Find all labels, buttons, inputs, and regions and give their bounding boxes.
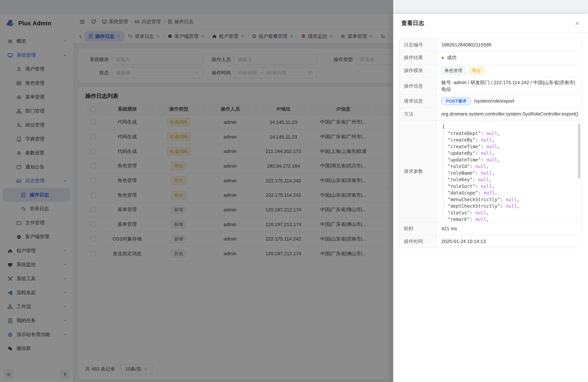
- module-tag: 角色管理: [441, 66, 466, 75]
- view-log-drawer: 查看日志 日志编号 1882612840802115585 操作结果 成功 操作…: [393, 14, 588, 382]
- request-url-value: /system/role/export: [474, 98, 514, 104]
- post-method-tag: POST请求: [441, 97, 471, 105]
- request-params-json-viewer[interactable]: { "createDept": null, "createBy": null, …: [437, 121, 582, 222]
- detail-row-info: 操作信息 账号: admin / 研发部门 / 222.175.114.242 …: [399, 77, 582, 94]
- detail-row-module: 操作模块 角色管理 导出: [399, 64, 582, 77]
- log-id-value: 1882612840802115585: [437, 39, 582, 51]
- detail-row-request: 请求信息 POST请求 /system/role/export: [399, 94, 582, 107]
- json-line: "updateBy": null,: [442, 150, 577, 157]
- method-value: org.dromara.system.controller.system.Sys…: [437, 108, 582, 120]
- json-line: "status": null,: [442, 210, 577, 216]
- json-indent-guide: [443, 130, 444, 219]
- duration-value: 421 ms: [437, 222, 582, 235]
- json-line: "createBy": null,: [442, 137, 577, 144]
- result-value: 成功: [447, 54, 457, 61]
- detail-row-method: 方法 org.dromara.system.controller.system.…: [399, 107, 582, 120]
- json-line: "roleSort": null,: [442, 183, 577, 190]
- json-line: "updateTime": null,: [442, 157, 577, 163]
- json-scrollbar-thumb[interactable]: [578, 124, 580, 179]
- drawer-body: 日志编号 1882612840802115585 操作结果 成功 操作模块 角色…: [393, 33, 588, 254]
- drawer-mask[interactable]: [0, 0, 393, 382]
- operation-type-tag: 导出: [469, 66, 484, 75]
- operation-time-value: 2025-01-24 10:14:13: [437, 235, 582, 248]
- json-line: "remark": null,: [442, 216, 577, 222]
- json-line: "createTime": null,: [442, 144, 577, 150]
- detail-row-result: 操作结果 成功: [399, 51, 582, 64]
- json-line: {: [442, 124, 577, 130]
- json-line: "roleKey": null,: [442, 176, 577, 183]
- operation-info-value: 账号: admin / 研发部门 / 222.175.114.242 / 中国|…: [437, 77, 582, 95]
- success-dot-icon: [441, 56, 444, 59]
- json-line: "createDept": null,: [442, 130, 577, 137]
- detail-row-params: 请求参数 { "createDept": null, "createBy": n…: [399, 120, 582, 222]
- json-line: "deptCheckStrictly": null,: [442, 203, 577, 210]
- json-line: "roleId": null,: [442, 163, 577, 170]
- drawer-title: 查看日志: [401, 20, 574, 27]
- json-line: "roleName": null,: [442, 170, 577, 177]
- detail-row-time: 操作时间 2025-01-24 10:14:13: [399, 235, 582, 248]
- detail-row-duration: 耗时 421 ms: [399, 222, 582, 235]
- detail-row-log-id: 日志编号 1882612840802115585: [399, 39, 582, 51]
- log-detail-table: 日志编号 1882612840802115585 操作结果 成功 操作模块 角色…: [399, 38, 582, 248]
- close-icon[interactable]: [574, 21, 580, 26]
- json-line: "menuCheckStrictly": null,: [442, 196, 577, 203]
- drawer-header: 查看日志: [393, 14, 588, 33]
- json-line: "dataScope": null,: [442, 190, 577, 196]
- app-root: Plus Admin 概览 系统管理 用户管理 角色管理: [0, 0, 588, 382]
